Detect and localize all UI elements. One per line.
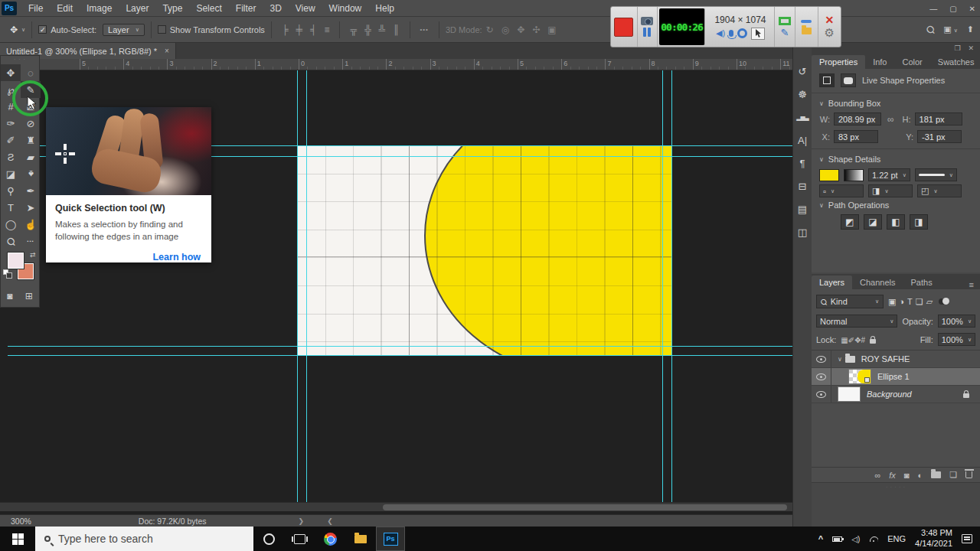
menu-file[interactable]: File (21, 3, 50, 14)
menu-type[interactable]: Type (155, 3, 189, 14)
layer-row-ellipse-1[interactable]: Ellipse 1 (812, 368, 980, 386)
visibility-eye-icon[interactable] (812, 368, 831, 385)
volume-icon[interactable]: ◁) (851, 535, 860, 543)
dodge-tool[interactable]: ⚲ (1, 182, 21, 199)
width-field[interactable]: 208.99 px (834, 112, 881, 126)
layer-filter-icon[interactable]: ◑ (897, 297, 906, 306)
guide-vertical[interactable] (671, 70, 672, 502)
microphone-icon[interactable] (729, 30, 733, 37)
screen-mode-icon[interactable]: ⊞ (25, 291, 33, 302)
toolbar-grip[interactable]: · · · (1, 56, 39, 64)
region-select-icon[interactable] (779, 17, 791, 25)
hand-tool[interactable]: ☝ (21, 216, 41, 233)
path-operations-label[interactable]: Path Operations (828, 201, 890, 210)
lock-option-icon[interactable]: ✐ (848, 336, 854, 344)
lock-option-icon[interactable]: # (861, 336, 866, 344)
notes-icon[interactable]: ▤ (793, 197, 812, 220)
move-tool[interactable]: ✥ (1, 64, 21, 81)
stroke-option-dropdown[interactable]: ◨∨ (868, 184, 913, 197)
screenshot-camera-icon[interactable] (641, 17, 653, 25)
chrome-icon[interactable] (315, 527, 345, 551)
align-icons-item[interactable]: ╡ (306, 24, 321, 35)
layer-mask-icon[interactable]: ◙ (904, 471, 910, 480)
edit-toolbar[interactable]: ••• (21, 233, 41, 249)
webcam-icon[interactable] (737, 28, 747, 38)
panel-close-icon[interactable]: ✕ (968, 44, 974, 52)
layer-filter-icon[interactable]: ▱ (925, 297, 934, 306)
wifi-icon[interactable] (869, 536, 878, 542)
menu-image[interactable]: Image (80, 3, 119, 14)
height-field[interactable]: 181 px (915, 112, 962, 126)
align-icons-item[interactable]: ≡ (320, 24, 333, 35)
layer-row-background[interactable]: Background (812, 386, 980, 403)
mode-icons-item[interactable]: ✥ (513, 24, 528, 35)
default-colors-icon[interactable] (3, 269, 8, 275)
dist-icons-item[interactable]: ╬ (361, 24, 375, 35)
path-operation-button[interactable]: ◧ (887, 214, 905, 230)
gradient-tool[interactable]: ◪ (1, 165, 21, 182)
y-field[interactable]: -31 px (917, 130, 962, 143)
taskbar-search[interactable]: Type here to search (35, 527, 253, 551)
histogram-icon[interactable]: ▂▅▃ (793, 106, 812, 129)
start-button[interactable] (0, 527, 35, 551)
dist-icons-item[interactable]: ╦ (346, 24, 361, 35)
blur-tool[interactable]: ♠ (21, 165, 41, 182)
menu-edit[interactable]: Edit (50, 3, 80, 14)
mode-icons-item[interactable]: ↻ (482, 24, 498, 35)
status-chevron-left-icon[interactable]: ❮ (327, 517, 333, 525)
path-selection-tool[interactable]: ➤ (21, 199, 41, 216)
x-field[interactable]: 83 px (834, 130, 878, 143)
tab-channels[interactable]: Channels (852, 276, 903, 289)
tab-layers[interactable]: Layers (812, 276, 852, 289)
clock[interactable]: 3:48 PM 4/14/2021 (915, 528, 952, 549)
character-icon[interactable]: A| (793, 129, 812, 152)
layer-row-roy-safhe[interactable]: ∨ROY SAFHE (812, 350, 980, 368)
align-icons-item[interactable]: ╞ (278, 24, 292, 35)
more-options-icon[interactable]: ••• (416, 26, 433, 33)
visibility-eye-icon[interactable] (812, 350, 831, 367)
file-explorer-icon[interactable] (345, 527, 376, 551)
layer-style-icon[interactable]: fx (889, 471, 896, 480)
maximize-icon[interactable]: ▢ (949, 5, 956, 13)
minimize-recorder-icon[interactable] (801, 20, 812, 23)
menu-filter[interactable]: Filter (229, 3, 263, 14)
tab-paths[interactable]: Paths (903, 276, 940, 289)
ellipse-shape-tool[interactable]: ◯ (1, 216, 21, 233)
bounding-box-label[interactable]: Bounding Box (828, 99, 881, 108)
record-stop-button[interactable] (614, 18, 633, 37)
history-icon[interactable]: ↺ (793, 60, 812, 83)
tab-swatches[interactable]: Swatches (930, 55, 980, 69)
notification-center-icon[interactable] (962, 534, 972, 543)
cursor-capture-icon[interactable] (751, 28, 765, 40)
pencil-icon[interactable]: ✎ (780, 28, 789, 37)
layer-filter-icon[interactable]: T (906, 297, 914, 306)
tab-info[interactable]: Info (865, 55, 894, 69)
language-indicator[interactable]: ENG (887, 534, 906, 543)
task-view-button[interactable] (284, 527, 315, 551)
mode-icons-item[interactable]: ◎ (498, 24, 513, 35)
show-transform-checkbox[interactable] (158, 25, 166, 34)
collapse-panels-icon[interactable]: ❒ (954, 44, 960, 52)
foreground-color-swatch[interactable] (8, 253, 24, 269)
menu-layer[interactable]: Layer (119, 3, 155, 14)
history-brush-tool[interactable]: Ƨ (1, 148, 21, 165)
marquee-tool[interactable]: ◌ (21, 64, 41, 81)
photoshop-taskbar-icon[interactable]: Ps (376, 527, 405, 551)
adjustment-layer-icon[interactable]: ◐ (917, 471, 923, 480)
opacity-dropdown[interactable]: 100%∨ (938, 315, 975, 328)
stroke-width-dropdown[interactable]: 1.22 pt∨ (868, 168, 910, 181)
document-canvas[interactable] (297, 145, 671, 356)
close-icon[interactable]: ✕ (969, 5, 975, 13)
type-tool[interactable]: T (1, 199, 21, 216)
stroke-option-dropdown[interactable]: ▫∨ (819, 184, 864, 197)
tool-preset-caret-icon[interactable]: ∨ (21, 27, 25, 33)
status-chevron-icon[interactable]: ❯ (299, 517, 305, 525)
guide-vertical[interactable] (306, 70, 307, 502)
blend-mode-dropdown[interactable]: Normal∨ (816, 315, 897, 328)
eyedropper-tool[interactable]: ✑ (1, 115, 21, 132)
guide-vertical[interactable] (662, 70, 663, 502)
threed-icon[interactable]: ◫ (793, 220, 812, 243)
filter-toggle[interactable] (939, 298, 949, 305)
adjustments-icon[interactable]: ☸ (793, 83, 812, 106)
live-shape-props-icon[interactable] (841, 73, 856, 87)
